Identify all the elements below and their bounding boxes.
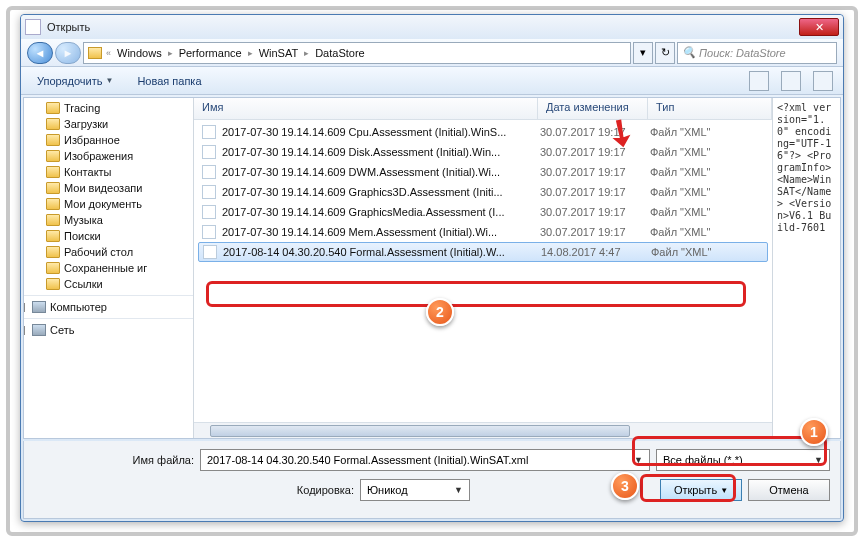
folder-icon — [88, 47, 102, 59]
file-row[interactable]: 2017-07-30 19.14.14.609 Cpu.Assessment (… — [194, 122, 772, 142]
expand-icon[interactable]: + — [24, 326, 25, 335]
cancel-button[interactable]: Отмена — [748, 479, 830, 501]
file-name: 2017-07-30 19.14.14.609 Disk.Assessment … — [222, 146, 540, 158]
tree-label: Сеть — [50, 324, 74, 336]
file-icon — [202, 205, 216, 219]
address-bar[interactable]: « Windows▸ Performance▸ WinSAT▸ DataStor… — [83, 42, 631, 64]
back-button[interactable]: ◄ — [27, 42, 53, 64]
column-type[interactable]: Тип — [648, 98, 772, 119]
split-chevron-icon: ▼ — [720, 486, 728, 495]
dialog-footer: Имя файла: 2017-08-14 04.30.20.540 Forma… — [23, 441, 841, 519]
chevron-down-icon: ▼ — [814, 455, 823, 465]
file-name: 2017-07-30 19.14.14.609 Mem.Assessment (… — [222, 226, 540, 238]
help-button[interactable] — [813, 71, 833, 91]
tree-node[interactable]: +Компьютер — [24, 295, 193, 315]
preview-pane: <?xml version="1.0" encoding="UTF-16"?> … — [772, 98, 840, 438]
file-icon — [202, 225, 216, 239]
tree-node[interactable]: Изображения — [24, 148, 193, 164]
tree-node[interactable]: Рабочий стол — [24, 244, 193, 260]
folder-icon — [46, 118, 60, 130]
tree-node[interactable]: Ссылки — [24, 276, 193, 292]
expand-icon[interactable]: + — [24, 303, 25, 312]
refresh-button[interactable]: ↻ — [655, 42, 675, 64]
breadcrumb-seg[interactable]: WinSAT — [257, 47, 301, 59]
column-date[interactable]: Дата изменения — [538, 98, 648, 119]
chevron-icon: ▸ — [168, 48, 173, 58]
filename-input[interactable]: 2017-08-14 04.30.20.540 Formal.Assessmen… — [200, 449, 650, 471]
encoding-label: Кодировка: — [34, 484, 354, 496]
file-date: 30.07.2017 19:17 — [540, 226, 650, 238]
open-label: Открыть — [674, 484, 717, 496]
history-dropdown[interactable]: ▾ — [633, 42, 653, 64]
tree-node[interactable]: Музыка — [24, 212, 193, 228]
folder-tree[interactable]: TracingЗагрузкиИзбранноеИзображенияКонта… — [24, 98, 194, 438]
filetype-select[interactable]: Все файлы (*.*)▼ — [656, 449, 830, 471]
tree-node[interactable]: Мои документь — [24, 196, 193, 212]
file-icon — [203, 245, 217, 259]
tree-label: Ссылки — [64, 278, 103, 290]
titlebar: Открыть ✕ — [21, 15, 843, 39]
file-row[interactable]: 2017-07-30 19.14.14.609 DWM.Assessment (… — [194, 162, 772, 182]
file-row[interactable]: 2017-07-30 19.14.14.609 GraphicsMedia.As… — [194, 202, 772, 222]
search-input[interactable]: 🔍 Поиск: DataStore — [677, 42, 837, 64]
app-icon — [25, 19, 41, 35]
forward-button[interactable]: ► — [55, 42, 81, 64]
preview-pane-button[interactable] — [781, 71, 801, 91]
tree-label: Компьютер — [50, 301, 107, 313]
file-icon — [202, 165, 216, 179]
computer-icon — [32, 301, 46, 313]
file-type: Файл "XML" — [651, 246, 712, 258]
tree-node[interactable]: Сохраненные иг — [24, 260, 193, 276]
breadcrumb-seg[interactable]: Windows — [115, 47, 164, 59]
scrollbar-thumb[interactable] — [210, 425, 630, 437]
folder-icon — [46, 214, 60, 226]
file-list-area: Имя Дата изменения Тип 2017-07-30 19.14.… — [194, 98, 772, 438]
tree-node[interactable]: Контакты — [24, 164, 193, 180]
column-name[interactable]: Имя — [194, 98, 538, 119]
new-folder-button[interactable]: Новая папка — [131, 73, 207, 89]
tree-node[interactable]: Поиски — [24, 228, 193, 244]
file-type: Файл "XML" — [650, 186, 711, 198]
file-row[interactable]: 2017-07-30 19.14.14.609 Mem.Assessment (… — [194, 222, 772, 242]
tree-node[interactable]: Загрузки — [24, 116, 193, 132]
tree-node[interactable]: Tracing — [24, 100, 193, 116]
file-icon — [202, 185, 216, 199]
open-button[interactable]: Открыть ▼ — [660, 479, 742, 501]
chevron-icon: « — [106, 48, 111, 58]
tree-node[interactable]: +Сеть — [24, 318, 193, 338]
file-row[interactable]: 2017-07-30 19.14.14.609 Disk.Assessment … — [194, 142, 772, 162]
folder-icon — [46, 182, 60, 194]
folder-icon — [46, 198, 60, 210]
toolbar: Упорядочить▼ Новая папка — [21, 67, 843, 95]
file-row[interactable]: 2017-07-30 19.14.14.609 Graphics3D.Asses… — [194, 182, 772, 202]
folder-icon — [46, 230, 60, 242]
breadcrumb-seg[interactable]: DataStore — [313, 47, 367, 59]
view-options-button[interactable] — [749, 71, 769, 91]
cancel-label: Отмена — [769, 484, 808, 496]
encoding-select[interactable]: Юникод▼ — [360, 479, 470, 501]
tree-node[interactable]: Мои видеозапи — [24, 180, 193, 196]
newfolder-label: Новая папка — [137, 75, 201, 87]
file-date: 30.07.2017 19:17 — [540, 186, 650, 198]
file-name: 2017-07-30 19.14.14.609 Cpu.Assessment (… — [222, 126, 540, 138]
tree-label: Tracing — [64, 102, 100, 114]
chevron-down-icon: ▼ — [454, 485, 463, 495]
horizontal-scrollbar[interactable] — [194, 422, 772, 438]
computer-icon — [32, 324, 46, 336]
encoding-value: Юникод — [367, 484, 408, 496]
navigation-bar: ◄ ► « Windows▸ Performance▸ WinSAT▸ Data… — [21, 39, 843, 67]
tree-label: Избранное — [64, 134, 120, 146]
organize-button[interactable]: Упорядочить▼ — [31, 73, 119, 89]
tree-label: Мои документь — [64, 198, 142, 210]
tree-node[interactable]: Избранное — [24, 132, 193, 148]
file-row[interactable]: 2017-08-14 04.30.20.540 Formal.Assessmen… — [198, 242, 768, 262]
folder-icon — [46, 262, 60, 274]
close-button[interactable]: ✕ — [799, 18, 839, 36]
file-date: 30.07.2017 19:17 — [540, 166, 650, 178]
chevron-down-icon: ▼ — [105, 76, 113, 85]
file-type: Файл "XML" — [650, 226, 711, 238]
file-name: 2017-08-14 04.30.20.540 Formal.Assessmen… — [223, 246, 541, 258]
folder-icon — [46, 278, 60, 290]
chevron-icon: ▸ — [304, 48, 309, 58]
breadcrumb-seg[interactable]: Performance — [177, 47, 244, 59]
